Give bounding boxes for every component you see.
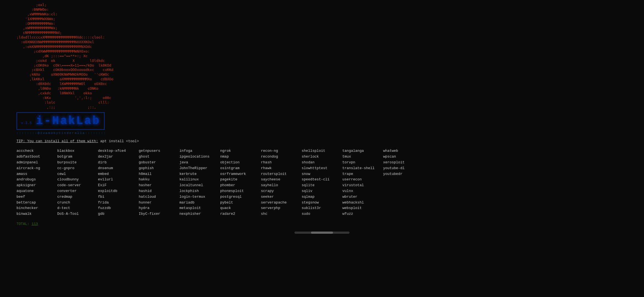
tool-item[interactable]: torvpn (342, 160, 383, 166)
tool-item[interactable]: websploit (342, 205, 383, 211)
tool-item[interactable]: nexphisher (179, 211, 220, 217)
tool-item[interactable]: credmap (57, 194, 98, 200)
tool-item[interactable]: adminpanel (17, 160, 57, 166)
tool-item[interactable]: webhackshl (342, 200, 383, 206)
tool-item[interactable]: recon-ng (261, 148, 302, 154)
tool-item[interactable]: frida (98, 200, 139, 206)
tool-item[interactable]: botgram (57, 154, 98, 160)
tool-item[interactable]: translate-shell (342, 166, 383, 171)
tool-item[interactable]: blackbox (57, 148, 98, 154)
tool-item[interactable]: crunch (57, 200, 98, 206)
tool-item[interactable]: aquatone (17, 188, 57, 194)
tool-item[interactable]: kalilinux (179, 177, 220, 183)
tool-item[interactable]: radare2 (220, 211, 261, 217)
tool-item[interactable]: localtunnel (179, 183, 220, 188)
tool-item[interactable]: pagekite (220, 177, 261, 183)
scrollbar-track[interactable] (294, 232, 350, 234)
tool-item[interactable]: fbi (98, 194, 139, 200)
tool-item[interactable]: tangalanga (342, 148, 383, 154)
tool-item[interactable]: whatweb (383, 148, 424, 154)
tool-item[interactable]: serverphp (261, 205, 302, 211)
tool-item[interactable]: desktop-xfce4 (98, 148, 139, 154)
tool-item[interactable]: sherlock (302, 154, 342, 160)
tool-item[interactable]: osintgram (220, 166, 261, 171)
scrollbar-area[interactable] (0, 229, 644, 237)
tool-item[interactable]: mariadb (179, 200, 220, 206)
tool-item[interactable]: virustotal (342, 183, 383, 188)
tool-item[interactable]: pybelt (220, 200, 261, 206)
tool-item[interactable]: stegsnow (302, 200, 342, 206)
tool-item[interactable]: getnpusers (139, 148, 179, 154)
tool-item[interactable]: ExiF (98, 183, 139, 188)
tool-item[interactable]: osrframework (220, 171, 261, 177)
tool-item[interactable]: JohnTheRipper (179, 166, 220, 171)
tool-item[interactable]: acccheck (17, 148, 57, 154)
tool-item[interactable]: phomber (220, 183, 261, 188)
tool-item[interactable]: seeker (261, 194, 302, 200)
tool-item[interactable]: lockphish (179, 188, 220, 194)
tool-item[interactable]: embed (98, 171, 139, 177)
tool-item[interactable]: ipgeolocations (179, 154, 220, 160)
tool-item[interactable]: dex2jar (98, 154, 139, 160)
tool-item[interactable]: fuzzdb (98, 205, 139, 211)
total-count[interactable]: 113 (32, 222, 38, 226)
tool-item[interactable]: kerbrute (179, 171, 220, 177)
tool-item[interactable]: cewl (57, 171, 98, 177)
tool-item[interactable]: sudo (302, 211, 342, 217)
tool-item[interactable]: serverapache (261, 200, 302, 206)
tool-item[interactable]: burpsuite (57, 160, 98, 166)
tool-item[interactable]: hasher (139, 183, 179, 188)
tool-item[interactable]: vulnx (342, 188, 383, 194)
tool-item[interactable]: sqlmap (302, 194, 342, 200)
tool-item[interactable]: wpscan (383, 154, 424, 160)
tool-item[interactable]: binwalk (17, 211, 57, 217)
tool-item[interactable]: metasploit (179, 205, 220, 211)
tool-item[interactable]: sqlite (302, 183, 342, 188)
tool-item[interactable]: dirb (98, 160, 139, 166)
tool-item[interactable]: evilurl (98, 177, 139, 183)
tool-item[interactable]: rhawk (261, 166, 302, 171)
tool-item[interactable]: postgresql (220, 194, 261, 200)
tool-item[interactable]: code-server (57, 183, 98, 188)
tool-item[interactable]: sayhello (261, 183, 302, 188)
tool-item[interactable]: gdb (98, 211, 139, 217)
tool-item[interactable]: ghost (139, 154, 179, 160)
tool-item[interactable]: androbugs (17, 177, 57, 183)
tool-item[interactable]: converter (57, 188, 98, 194)
tool-item[interactable]: hashid (139, 188, 179, 194)
tool-item[interactable]: login-termux (179, 194, 220, 200)
tool-item[interactable]: amass (17, 171, 57, 177)
tool-item[interactable]: wfuzz (342, 211, 383, 217)
tool-item[interactable]: ngrok (220, 148, 261, 154)
tool-item[interactable]: quack (220, 205, 261, 211)
tool-item[interactable]: gophish (139, 166, 179, 171)
tool-item[interactable]: dnsenum (98, 166, 139, 171)
tool-item[interactable]: cc-gnpro (57, 166, 98, 171)
tool-item[interactable]: h8mail (139, 171, 179, 177)
tool-item[interactable]: IbyC-fixer (139, 211, 179, 217)
scrollbar-thumb[interactable] (311, 232, 333, 234)
tool-item[interactable]: shc (261, 211, 302, 217)
tool-item[interactable]: youtubedr (383, 171, 424, 177)
tool-item[interactable]: hunner (139, 200, 179, 206)
tool-item[interactable]: xerosploit (383, 160, 424, 166)
tool-item[interactable]: hydra (139, 205, 179, 211)
tool-item[interactable]: gobuster (139, 160, 179, 166)
tool-item[interactable]: scrapy (261, 188, 302, 194)
tool-item[interactable]: sublist3r (302, 205, 342, 211)
tool-item[interactable]: java (179, 160, 220, 166)
tool-item[interactable]: routersploit (261, 171, 302, 177)
tool-item[interactable]: beef (17, 194, 57, 200)
tool-item[interactable]: shellsploit (302, 148, 342, 154)
tool-item[interactable]: tmux (342, 154, 383, 160)
tool-item[interactable]: objection (220, 160, 261, 166)
tool-item[interactable]: recondog (261, 154, 302, 160)
tool-item[interactable]: d-tect (57, 205, 98, 211)
tool-item[interactable]: apksigner (17, 183, 57, 188)
tool-item[interactable]: cloudbunny (57, 177, 98, 183)
tool-item[interactable]: hatcloud (139, 194, 179, 200)
tip-link[interactable]: TIP: You can install all of them with: (17, 139, 98, 143)
tool-item[interactable]: trape (342, 171, 383, 177)
tool-item[interactable]: hakku (139, 177, 179, 183)
tool-item[interactable]: adbfastboot (17, 154, 57, 160)
